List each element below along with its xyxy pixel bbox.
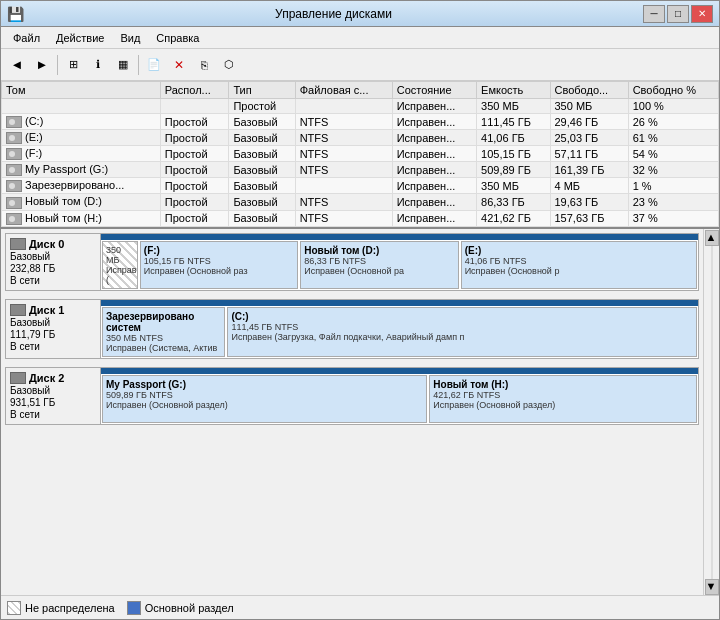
- table-cell: NTFS: [295, 210, 392, 226]
- partition[interactable]: Новый том (H:)421,62 ГБ NTFSИсправен (Ос…: [429, 375, 697, 423]
- partition-status: Исправен (Система, Актив: [106, 343, 221, 353]
- hdd-icon: [10, 372, 26, 384]
- window-controls: ─ □ ✕: [643, 5, 713, 23]
- table-cell: Простой: [160, 146, 229, 162]
- partition[interactable]: 350 МБИсправен (: [102, 241, 138, 289]
- table-row[interactable]: My Passport (G:)ПростойБазовыйNTFSИсправ…: [2, 162, 719, 178]
- toolbar-btn-grid[interactable]: ⊞: [61, 53, 85, 77]
- disk-status: В сети: [10, 275, 96, 286]
- table-cell: [295, 99, 392, 114]
- partitions-row: Зарезервировано систем350 МБ NTFSИсправе…: [101, 306, 698, 358]
- content-area: Том Распол... Тип Файловая с... Состояни…: [1, 81, 719, 595]
- table-row[interactable]: Новый том (H:)ПростойБазовыйNTFSИсправен…: [2, 210, 719, 226]
- menu-help[interactable]: Справка: [148, 30, 207, 46]
- table-cell: 105,15 ГБ: [477, 146, 550, 162]
- disk-partitions: My Passport (G:)509,89 ГБ NTFSИсправен (…: [101, 368, 698, 424]
- maximize-button[interactable]: □: [667, 5, 689, 23]
- legend-primary: Основной раздел: [127, 601, 234, 615]
- table-cell: 350 МБ: [477, 99, 550, 114]
- partition-size: 350 МБ: [106, 245, 134, 265]
- minimize-button[interactable]: ─: [643, 5, 665, 23]
- disk-drive-icon: [6, 197, 22, 209]
- table-cell: My Passport (G:): [2, 162, 161, 178]
- disk-partitions: Зарезервировано систем350 МБ NTFSИсправе…: [101, 300, 698, 358]
- col-tom[interactable]: Том: [2, 82, 161, 99]
- table-cell: NTFS: [295, 130, 392, 146]
- scroll-down[interactable]: ▼: [705, 579, 719, 595]
- table-row[interactable]: (F:)ПростойБазовыйNTFSИсправен...105,15 …: [2, 146, 719, 162]
- col-free[interactable]: Свободо...: [550, 82, 628, 99]
- table-cell: Зарезервировано...: [2, 178, 161, 194]
- toolbar-btn-delete[interactable]: ✕: [167, 53, 191, 77]
- partition[interactable]: Зарезервировано систем350 МБ NTFSИсправе…: [102, 307, 225, 357]
- partition-status: Исправен (Основной раздел): [433, 400, 693, 410]
- table-cell: Базовый: [229, 194, 295, 210]
- disk-id: Диск 1: [29, 304, 64, 316]
- table-row[interactable]: Новый том (D:)ПростойБазовыйNTFSИсправен…: [2, 194, 719, 210]
- menu-file[interactable]: Файл: [5, 30, 48, 46]
- scrollbar[interactable]: ▲ ▼: [703, 229, 719, 595]
- toolbar-btn-copy[interactable]: ⎘: [192, 53, 216, 77]
- toolbar-btn-info[interactable]: ℹ: [86, 53, 110, 77]
- partition[interactable]: (F:)105,15 ГБ NTFSИсправен (Основной раз: [140, 241, 298, 289]
- col-type[interactable]: Тип: [229, 82, 295, 99]
- partition-name: (C:): [231, 311, 693, 322]
- partition-size: 509,89 ГБ NTFS: [106, 390, 423, 400]
- table-cell: NTFS: [295, 114, 392, 130]
- partition[interactable]: Новый том (D:)86,33 ГБ NTFSИсправен (Осн…: [300, 241, 458, 289]
- hdd-icon: [10, 304, 26, 316]
- table-cell: 32 %: [628, 162, 718, 178]
- window-title: Управление дисками: [24, 7, 643, 21]
- table-row[interactable]: (E:)ПростойБазовыйNTFSИсправен...41,06 Г…: [2, 130, 719, 146]
- disk-id: Диск 0: [29, 238, 64, 250]
- col-free-pct[interactable]: Свободно %: [628, 82, 718, 99]
- table-cell: Базовый: [229, 130, 295, 146]
- toolbar-btn-extra[interactable]: ⬡: [217, 53, 241, 77]
- partition[interactable]: (E:)41,06 ГБ NTFSИсправен (Основной р: [461, 241, 697, 289]
- table-row[interactable]: Зарезервировано...ПростойБазовыйИсправен…: [2, 178, 719, 194]
- table-row[interactable]: ПростойИсправен...350 МБ350 МБ100 %: [2, 99, 719, 114]
- forward-button[interactable]: ►: [30, 53, 54, 77]
- table-cell: 54 %: [628, 146, 718, 162]
- table-body: ПростойИсправен...350 МБ350 МБ100 %(C:)П…: [2, 99, 719, 227]
- toolbar-btn-new[interactable]: 📄: [142, 53, 166, 77]
- col-location[interactable]: Распол...: [160, 82, 229, 99]
- table-cell: Исправен...: [392, 114, 476, 130]
- table-cell: Новый том (D:): [2, 194, 161, 210]
- partitions-row: 350 МБИсправен ((F:)105,15 ГБ NTFSИсправ…: [101, 240, 698, 290]
- disk-table-wrapper[interactable]: Том Распол... Тип Файловая с... Состояни…: [1, 81, 719, 229]
- partition[interactable]: (C:)111,45 ГБ NTFSИсправен (Загрузка, Фа…: [227, 307, 697, 357]
- table-cell: 157,63 ГБ: [550, 210, 628, 226]
- col-fs[interactable]: Файловая с...: [295, 82, 392, 99]
- table-cell: Базовый: [229, 162, 295, 178]
- partition[interactable]: My Passport (G:)509,89 ГБ NTFSИсправен (…: [102, 375, 427, 423]
- table-cell: NTFS: [295, 194, 392, 210]
- col-capacity[interactable]: Емкость: [477, 82, 550, 99]
- window-icon: 💾: [7, 6, 24, 22]
- table-row[interactable]: (C:)ПростойБазовыйNTFSИсправен...111,45 …: [2, 114, 719, 130]
- table-cell: Простой: [160, 194, 229, 210]
- table-cell: 161,39 ГБ: [550, 162, 628, 178]
- col-status[interactable]: Состояние: [392, 82, 476, 99]
- table-cell: Исправен...: [392, 130, 476, 146]
- table-cell: 61 %: [628, 130, 718, 146]
- table-cell: 100 %: [628, 99, 718, 114]
- table-cell: 1 %: [628, 178, 718, 194]
- toolbar-btn-3[interactable]: ▦: [111, 53, 135, 77]
- menu-view[interactable]: Вид: [112, 30, 148, 46]
- back-button[interactable]: ◄: [5, 53, 29, 77]
- table-cell: [2, 99, 161, 114]
- menu-action[interactable]: Действие: [48, 30, 112, 46]
- disk-map[interactable]: Диск 0Базовый232,88 ГБВ сети350 МБИсправ…: [1, 229, 703, 595]
- hdd-icon: [10, 238, 26, 250]
- disk-drive-icon: [6, 132, 22, 144]
- disk-type: Базовый: [10, 317, 96, 328]
- close-button[interactable]: ✕: [691, 5, 713, 23]
- scroll-up[interactable]: ▲: [705, 230, 719, 246]
- partition-name: (E:): [465, 245, 693, 256]
- partition-status: Исправен (: [106, 265, 134, 285]
- toolbar: ◄ ► ⊞ ℹ ▦ 📄 ✕ ⎘ ⬡: [1, 49, 719, 81]
- toolbar-separator-1: [57, 55, 58, 75]
- title-bar: 💾 Управление дисками ─ □ ✕: [1, 1, 719, 27]
- table-cell: 509,89 ГБ: [477, 162, 550, 178]
